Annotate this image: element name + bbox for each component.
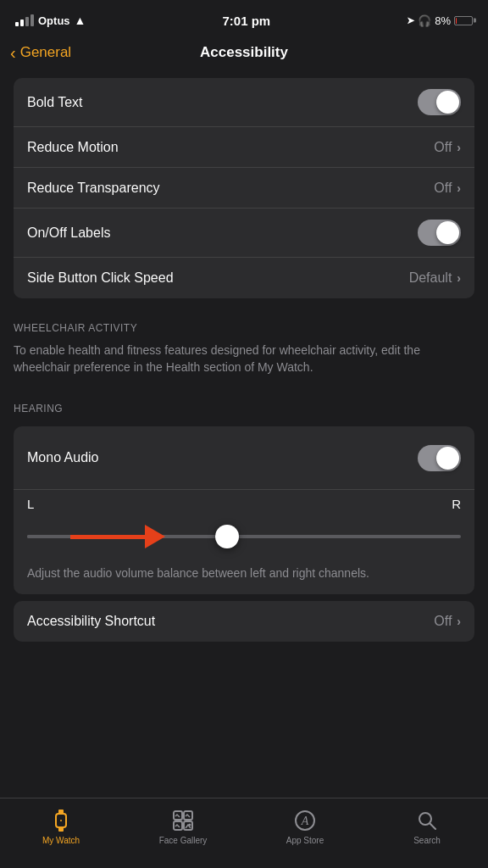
nav-item-face-gallery[interactable]: Face Gallery (122, 805, 244, 845)
hearing-group: Mono Audio L R Adjust the audio volume b… (14, 426, 474, 594)
slider-left-label: L (27, 497, 34, 511)
my-watch-icon (49, 809, 73, 832)
app-store-icon: A (293, 809, 317, 832)
reduce-motion-row[interactable]: Reduce Motion Off › (14, 127, 474, 168)
mono-audio-toggle[interactable] (418, 445, 461, 471)
wifi-icon: ▲ (75, 14, 86, 27)
svg-line-12 (430, 824, 436, 830)
back-button[interactable]: ‹ General (10, 43, 71, 63)
arrow-shaft (70, 535, 147, 539)
watch-svg-icon (51, 808, 71, 833)
slider-arrow (70, 525, 165, 548)
bold-text-label: Bold Text (27, 95, 83, 110)
reduce-transparency-right: Off › (434, 181, 461, 196)
svg-rect-1 (58, 810, 64, 814)
face-gallery-svg-icon (172, 810, 194, 832)
nav-label-face-gallery: Face Gallery (159, 836, 208, 845)
nav-header: ‹ General Accessibility (0, 37, 488, 71)
slider-labels: L R (14, 490, 474, 515)
reduce-transparency-row[interactable]: Reduce Transparency Off › (14, 168, 474, 209)
signal-bars (15, 14, 34, 26)
battery-fill (456, 18, 457, 24)
accessibility-shortcut-label: Accessibility Shortcut (27, 614, 155, 629)
content-area: Bold Text Reduce Motion Off › Reduce Tra… (0, 71, 488, 798)
wheelchair-section-description: To enable health and fitness features de… (0, 339, 488, 386)
onoff-labels-toggle[interactable] (418, 220, 461, 246)
slider-track[interactable] (27, 535, 461, 538)
bold-text-row: Bold Text (14, 78, 474, 127)
mono-audio-row: Mono Audio (14, 426, 474, 490)
bold-text-toggle[interactable] (418, 89, 461, 115)
slider-track-container[interactable] (14, 515, 474, 560)
back-chevron-icon: ‹ (10, 43, 16, 63)
mono-audio-inner-row: Mono Audio (27, 437, 461, 478)
mono-audio-toggle-knob (436, 447, 459, 470)
chevron-right-icon-3: › (457, 271, 461, 285)
nav-item-my-watch[interactable]: My Watch (0, 805, 122, 845)
bottom-nav: My Watch Face Gallery A App Stor (0, 798, 488, 868)
slider-right-label: R (452, 497, 461, 511)
app-store-svg-icon: A (294, 810, 316, 832)
onoff-labels-toggle-knob (436, 221, 459, 244)
reduce-motion-value: Off (434, 140, 452, 155)
nav-label-search: Search (413, 836, 441, 845)
bold-text-toggle-knob (436, 91, 459, 114)
nav-item-search[interactable]: Search (366, 805, 488, 845)
slider-description: Adjust the audio volume balance between … (14, 560, 474, 594)
slider-thumb[interactable] (215, 525, 239, 548)
carrier-label: Optus (38, 14, 70, 27)
battery-area: ➤ 🎧 8% (407, 14, 473, 27)
accessibility-shortcut-right: Off › (434, 614, 461, 629)
nav-label-my-watch: My Watch (42, 836, 80, 845)
back-label: General (20, 44, 71, 61)
svg-text:A: A (301, 815, 309, 827)
onoff-labels-row: On/Off Labels (14, 209, 474, 258)
search-svg-icon (416, 810, 438, 832)
reduce-motion-label: Reduce Motion (27, 140, 119, 155)
status-bar: Optus ▲ 7:01 pm ➤ 🎧 8% (0, 0, 488, 37)
face-gallery-icon (171, 809, 195, 832)
chevron-right-icon-4: › (457, 615, 461, 628)
reduce-transparency-value: Off (434, 181, 452, 196)
nav-item-app-store[interactable]: A App Store (244, 805, 366, 845)
reduce-transparency-label: Reduce Transparency (27, 181, 160, 196)
battery-icon (454, 16, 473, 25)
svg-rect-2 (58, 827, 64, 832)
chevron-right-icon: › (457, 141, 461, 154)
search-icon (415, 809, 439, 832)
accessibility-shortcut-row[interactable]: Accessibility Shortcut Off › (14, 601, 474, 642)
time-label: 7:01 pm (222, 14, 270, 28)
svg-point-3 (60, 820, 62, 821)
page-title: Accessibility (200, 44, 288, 61)
accessibility-shortcut-value: Off (434, 614, 452, 629)
side-button-speed-label: Side Button Click Speed (27, 270, 174, 286)
mono-audio-label: Mono Audio (27, 450, 99, 465)
onoff-labels-label: On/Off Labels (27, 225, 110, 241)
side-button-speed-right: Default › (409, 270, 461, 286)
side-button-speed-row[interactable]: Side Button Click Speed Default › (14, 258, 474, 298)
reduce-motion-right: Off › (434, 140, 461, 155)
location-icon: ➤ (407, 15, 414, 26)
accessibility-shortcut-group: Accessibility Shortcut Off › (14, 601, 474, 642)
svg-point-8 (189, 824, 191, 826)
arrow-right-icon (145, 525, 165, 548)
wheelchair-section-header: WHEELCHAIR ACTIVITY (0, 305, 488, 339)
nav-label-app-store: App Store (286, 836, 324, 845)
chevron-right-icon-2: › (457, 181, 461, 195)
status-left: Optus ▲ (15, 14, 86, 27)
battery-percentage: 8% (435, 14, 451, 27)
side-button-speed-value: Default (409, 270, 452, 286)
settings-group-1: Bold Text Reduce Motion Off › Reduce Tra… (14, 78, 474, 298)
headphone-icon: 🎧 (418, 14, 431, 27)
hearing-section-header: HEARING (0, 386, 488, 420)
